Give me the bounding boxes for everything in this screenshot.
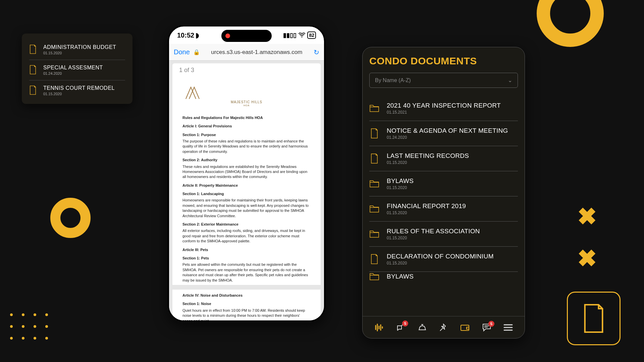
sort-label: By Name (A-Z) [375, 77, 411, 83]
mini-doc-row[interactable]: TENNIS COURT REMODEL 01.15.2020 [29, 80, 125, 101]
page-counter: 1 of 3 [172, 63, 321, 77]
svg-point-0 [302, 36, 303, 37]
doc-paragraph: The purpose of these rules and regulatio… [182, 139, 311, 154]
lock-icon: 🔒 [193, 49, 200, 55]
doc-date: 01.15.2020 [387, 160, 469, 165]
doc-paragraph: Homeowners are responsible for maintaini… [182, 198, 311, 219]
url-text[interactable]: urces.s3.us-east-1.amazonaws.com [203, 49, 310, 56]
doc-row[interactable]: NOTICE & AGENDA OF NEXT MEETING 01.24.20… [369, 121, 518, 146]
decor-dots [10, 313, 57, 349]
folder-icon [369, 230, 379, 238]
file-icon [29, 85, 37, 96]
doc-title: DECLARATION OF CONDOMINIUM [387, 253, 494, 260]
document-viewer[interactable]: 1 of 3 MAJESTIC HILLS HOA Rules and Regu… [169, 61, 324, 320]
file-icon [369, 128, 379, 138]
doc-date: 01.15.2020 [387, 261, 494, 265]
mini-documents-card: ADMINISTRATION BUDGET 01.15.2020 SPECIAL… [22, 34, 132, 104]
doc-heading: Rules and Regulations For Majestic Hills… [182, 115, 311, 120]
doc-section-h: Section 2: Authority [182, 158, 311, 163]
doc-title: NOTICE & AGENDA OF NEXT MEETING [387, 127, 508, 134]
doc-row[interactable]: BYLAWS [369, 272, 518, 283]
decor-ring-top-right [537, 0, 604, 47]
doc-section-h: Section 1: Pets [182, 256, 311, 261]
mini-doc-title: TENNIS COURT REMODEL [43, 85, 115, 91]
nav-badge: 5 [402, 320, 408, 326]
status-time: 10:52 [177, 32, 194, 39]
doc-title: FINANCIAL REPORT 2019 [387, 202, 466, 210]
doc-title: LAST MEETING RECORDS [387, 152, 469, 160]
phone-status-bar: 10:52 ◗ ▮▮▯▯ 82 [169, 26, 324, 44]
app-title: CONDO DOCUMENTS [369, 55, 518, 67]
mini-doc-date: 01.24.2020 [43, 71, 103, 75]
doc-row[interactable]: FINANCIAL REPORT 2019 01.15.2020 [369, 196, 518, 222]
nav-activity[interactable] [374, 323, 384, 332]
doc-date: 01.24.2020 [387, 135, 508, 140]
doc-article: Article IV: Noise and Disturbances [182, 293, 311, 298]
nav-requests[interactable]: 5 [395, 322, 406, 333]
svg-rect-1 [461, 325, 469, 330]
nav-badge: 5 [488, 321, 494, 327]
folder-icon [369, 205, 379, 213]
doc-row[interactable]: 2021 40 YEAR INSPECTION REPORT 01.15.202… [369, 96, 518, 121]
doc-date: 01.15.2020 [387, 185, 414, 190]
decor-file-icon [567, 292, 621, 345]
doc-paragraph: These rules and regulations are establis… [182, 164, 311, 180]
doc-section-h: Section 2: Exterior Maintenance [182, 222, 311, 227]
decor-x-1: ✖ [577, 203, 597, 230]
bottom-nav: 5 5 [363, 316, 525, 338]
file-icon [369, 254, 379, 264]
document-page: MAJESTIC HILLS HOA Rules and Regulations… [172, 77, 321, 320]
nav-menu[interactable] [503, 324, 513, 331]
decor-x-2: ✖ [577, 245, 597, 272]
dynamic-island [221, 30, 272, 42]
file-icon [369, 154, 379, 164]
doc-paragraph: Quiet hours are in effect from 10:00 PM … [182, 308, 311, 320]
condo-documents-app: CONDO DOCUMENTS By Name (A-Z) ⌄ 2021 40 … [362, 47, 525, 339]
doc-article: Article III: Pets [182, 247, 311, 252]
mini-doc-title: ADMINISTRATION BUDGET [43, 44, 116, 50]
mini-doc-date: 01.15.2020 [43, 51, 116, 55]
doc-date: 01.15.2021 [387, 110, 501, 115]
doc-row[interactable]: LAST MEETING RECORDS 01.15.2020 [369, 146, 518, 171]
battery-icon: 82 [307, 32, 316, 39]
doc-title: BYLAWS [387, 273, 414, 280]
wifi-icon [299, 33, 305, 38]
nav-chat[interactable]: 5 [482, 323, 492, 332]
doc-section-h: Section 1: Noise [182, 301, 311, 306]
doc-date: 01.15.2020 [387, 236, 480, 240]
sort-dropdown[interactable]: By Name (A-Z) ⌄ [369, 73, 518, 88]
nav-wallet[interactable] [460, 323, 470, 332]
doc-date: 01.15.2020 [387, 210, 466, 215]
doc-article: Article I: General Provisions [182, 124, 311, 129]
folder-icon [369, 180, 379, 187]
doc-logo: MAJESTIC HILLS HOA [182, 84, 311, 107]
doc-article: Article II: Property Maintenance [182, 183, 311, 188]
doc-title: BYLAWS [387, 177, 414, 185]
done-button[interactable]: Done [174, 48, 190, 56]
folder-icon [369, 105, 379, 112]
doc-paragraph: Pets are allowed within the community bu… [182, 262, 311, 283]
doc-row[interactable]: DECLARATION OF CONDOMINIUM 01.15.2020 [369, 247, 518, 272]
signal-icon: ▮▮▯▯ [283, 32, 297, 39]
doc-row[interactable]: BYLAWS 01.15.2020 [369, 171, 518, 196]
doc-section-h: Section 1: Purpose [182, 132, 311, 137]
browser-toolbar: Done 🔒 urces.s3.us-east-1.amazonaws.com … [169, 44, 324, 61]
mini-doc-row[interactable]: SPECIAL ASSESMENT 01.24.2020 [29, 60, 125, 80]
refresh-icon[interactable]: ↻ [314, 48, 319, 56]
decor-ring-left [50, 198, 91, 238]
mini-doc-row[interactable]: ADMINISTRATION BUDGET 01.15.2020 [29, 40, 125, 60]
doc-row[interactable]: RULES OF THE ASSOCIATION 01.15.2020 [369, 222, 518, 247]
file-icon [29, 45, 37, 55]
recording-icon [225, 34, 230, 38]
moon-icon: ◗ [196, 31, 199, 39]
doc-section-h: Section 1: Landscaping [182, 191, 311, 196]
mini-doc-date: 01.15.2020 [43, 92, 115, 96]
nav-pinned[interactable] [439, 323, 448, 332]
doc-paragraph: All exterior surfaces, including roofs, … [182, 228, 311, 244]
doc-title: 2021 40 YEAR INSPECTION REPORT [387, 102, 501, 109]
documents-list[interactable]: 2021 40 YEAR INSPECTION REPORT 01.15.202… [369, 96, 518, 316]
logo-sub: HOA [182, 104, 311, 107]
nav-concierge[interactable] [417, 322, 427, 333]
doc-title: RULES OF THE ASSOCIATION [387, 228, 480, 235]
chevron-down-icon: ⌄ [508, 77, 512, 83]
